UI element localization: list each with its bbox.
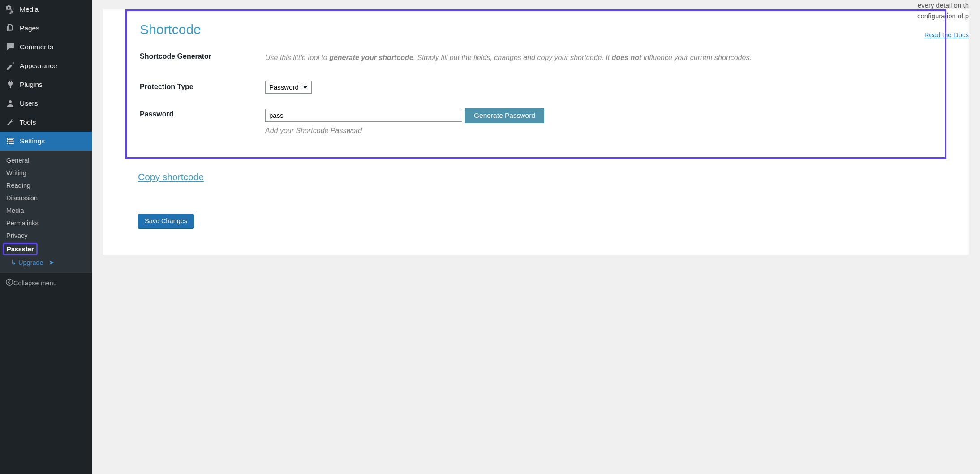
password-label: Password [140,108,265,118]
pages-icon [5,23,15,33]
tools-icon [5,117,15,127]
sub-discussion[interactable]: Discussion [0,192,92,204]
desc-text: Use this little tool to [265,54,329,61]
upgrade-label: Upgrade [18,259,43,266]
shortcode-box: Shortcode Shortcode Generator Use this l… [125,9,946,159]
sub-writing[interactable]: Writing [0,167,92,179]
content-panel: every detail on th configuration of p Re… [103,9,969,255]
generate-password-button[interactable]: Generate Password [465,108,544,123]
sidebar-item-label: Tools [20,118,36,126]
upgrade-arrow-icon: ➤ [49,259,55,266]
sidebar-item-tools[interactable]: Tools [0,113,92,132]
protection-type-select[interactable]: Password [265,81,312,94]
upgrade-prefix-icon: ↳ [11,259,17,266]
collapse-menu[interactable]: Collapse menu [0,272,92,293]
generator-description: Use this little tool to generate your sh… [265,52,932,64]
svg-rect-2 [7,141,8,142]
svg-point-6 [6,279,13,285]
users-icon [5,99,15,108]
password-hint: Add your Shortcode Password [265,127,932,135]
sidebar-item-pages[interactable]: Pages [0,19,92,38]
password-input[interactable] [265,109,462,122]
sidebar-item-label: Users [20,99,38,108]
row-protection-type: Protection Type Password [140,81,932,94]
sub-media[interactable]: Media [0,204,92,217]
media-icon [5,4,15,14]
admin-sidebar: Media Pages Comments Appearance Plugins … [0,0,92,474]
desc-text: influence your current shortcodes. [641,54,751,61]
collapse-label: Collapse menu [13,280,57,287]
sidebar-item-media[interactable]: Media [0,0,92,19]
sidebar-item-label: Pages [20,24,39,32]
row-password: Password Generate Password Add your Shor… [140,108,932,135]
sub-passster[interactable]: Passster [3,243,38,255]
svg-rect-3 [9,141,14,142]
settings-icon [5,136,15,146]
row-generator: Shortcode Generator Use this little tool… [140,52,932,64]
shortcode-title: Shortcode [140,22,932,37]
protection-type-label: Protection Type [140,83,265,91]
sidebar-submenu: General Writing Reading Discussion Media… [0,151,92,272]
sidebar-item-label: Media [20,5,39,13]
svg-rect-1 [9,138,14,139]
svg-rect-5 [9,143,14,144]
desc-bold: generate your shortcode [329,54,413,61]
svg-rect-4 [7,143,8,144]
copy-shortcode-link[interactable]: Copy shortcode [138,172,204,182]
sidebar-item-label: Appearance [20,62,57,70]
sub-upgrade[interactable]: ↳ Upgrade ➤ [0,256,92,269]
main-content: every detail on th configuration of p Re… [92,0,980,474]
sub-general[interactable]: General [0,154,92,167]
desc-bold: does not [612,54,642,61]
sidebar-item-label: Settings [20,137,45,145]
sidebar-item-label: Comments [20,43,53,51]
sidebar-item-label: Plugins [20,81,43,89]
svg-rect-0 [7,138,8,139]
sidebar-item-settings[interactable]: Settings [0,132,92,151]
appearance-icon [5,61,15,71]
collapse-icon [5,278,13,288]
sub-privacy[interactable]: Privacy [0,229,92,242]
sub-reading[interactable]: Reading [0,179,92,192]
desc-text: . Simply fill out the fields, changes an… [413,54,612,61]
sidebar-item-comments[interactable]: Comments [0,38,92,56]
save-changes-button[interactable]: Save Changes [138,214,194,228]
comments-icon [5,42,15,52]
sidebar-item-appearance[interactable]: Appearance [0,56,92,75]
sidebar-item-users[interactable]: Users [0,94,92,113]
sidebar-item-plugins[interactable]: Plugins [0,75,92,94]
generator-label: Shortcode Generator [140,52,265,60]
plugins-icon [5,80,15,90]
sub-permalinks[interactable]: Permalinks [0,217,92,229]
